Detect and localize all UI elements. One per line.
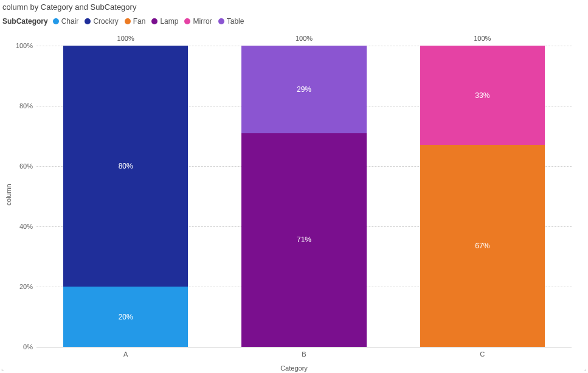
legend-item-label: Table <box>227 17 244 26</box>
legend-item-label: Mirror <box>193 17 212 26</box>
legend: SubCategory ChairCrockryFanLampMirrorTab… <box>2 17 246 26</box>
legend-item-label: Crockry <box>93 17 118 26</box>
bar-group: 100%20%80%A <box>63 46 188 347</box>
legend-swatch-icon <box>151 18 157 24</box>
legend-item-label: Chair <box>61 17 79 26</box>
bar-segment-label: 80% <box>119 162 133 170</box>
y-tick-label: 60% <box>15 162 33 170</box>
bar-segment[interactable]: 67% <box>420 145 545 347</box>
legend-swatch-icon <box>125 18 131 24</box>
x-axis-label: Category <box>280 364 308 372</box>
y-tick-label: 80% <box>15 102 33 110</box>
bar-total-label: 100% <box>117 35 134 42</box>
chart-container: column by Category and SubCategory SubCa… <box>0 0 588 373</box>
y-tick-label: 20% <box>15 283 33 290</box>
bar-segment-label: 20% <box>119 313 133 321</box>
y-tick-label: 100% <box>15 42 33 49</box>
bar-total-label: 100% <box>296 35 313 42</box>
bar-segment-label: 71% <box>297 235 311 244</box>
y-axis-label: column <box>5 184 12 205</box>
legend-item[interactable]: Crockry <box>85 17 118 26</box>
legend-item-label: Fan <box>133 17 146 26</box>
legend-swatch-icon <box>218 18 224 24</box>
legend-item[interactable]: Table <box>218 17 244 26</box>
bar-group: 100%71%29%B <box>241 46 366 347</box>
bar-segment[interactable]: 29% <box>241 46 366 133</box>
legend-title: SubCategory <box>2 17 48 26</box>
x-tick-label: B <box>302 350 306 358</box>
bar-segment-label: 29% <box>297 85 311 94</box>
legend-item[interactable]: Mirror <box>184 17 212 26</box>
legend-item[interactable]: Fan <box>125 17 146 26</box>
resize-handle-bl-icon: ⌞ <box>1 365 4 372</box>
legend-swatch-icon <box>184 18 190 24</box>
bar-segment[interactable]: 80% <box>63 46 188 287</box>
x-tick-label: C <box>480 350 485 358</box>
legend-swatch-icon <box>53 18 59 24</box>
resize-handle-br-icon: ⌟ <box>584 365 587 372</box>
bar-segment[interactable]: 71% <box>241 133 366 347</box>
bar-segment-label: 33% <box>475 91 489 100</box>
plot-area: 0%20%40%60%80%100%100%20%80%A100%71%29%B… <box>36 46 572 347</box>
bar-group: 100%67%33%C <box>420 46 545 347</box>
gridline <box>36 347 572 347</box>
legend-item-label: Lamp <box>160 17 178 26</box>
bar-segment[interactable]: 33% <box>420 46 545 145</box>
legend-item[interactable]: Chair <box>53 17 79 26</box>
legend-swatch-icon <box>85 18 91 24</box>
chart-title: column by Category and SubCategory <box>2 2 136 12</box>
bar-segment-label: 67% <box>475 242 489 250</box>
x-tick-label: A <box>123 350 128 358</box>
bar-segment[interactable]: 20% <box>63 287 188 347</box>
legend-item[interactable]: Lamp <box>151 17 178 26</box>
bar-total-label: 100% <box>474 35 491 42</box>
y-tick-label: 0% <box>15 343 33 350</box>
y-tick-label: 40% <box>15 223 33 230</box>
